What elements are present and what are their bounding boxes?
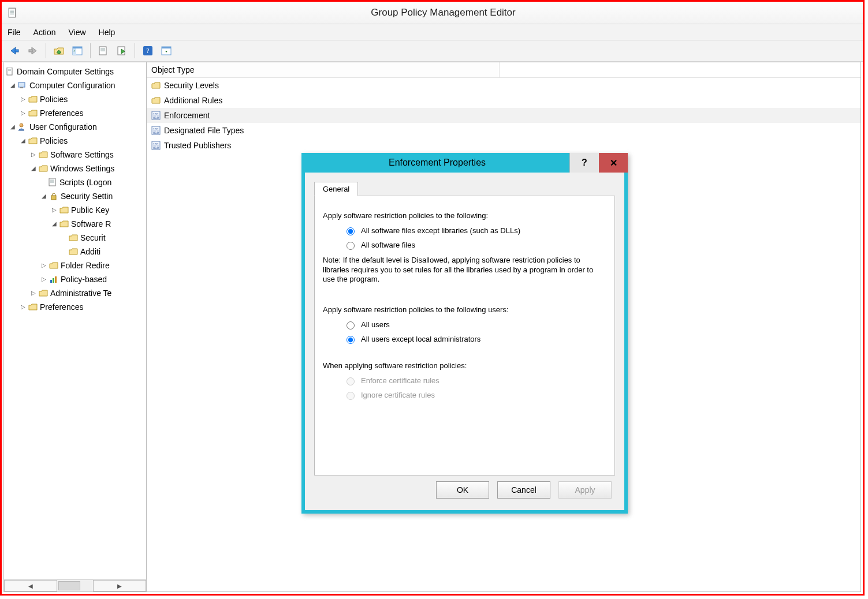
svg-text:010: 010 — [153, 146, 159, 149]
expand-icon[interactable]: ▷ — [29, 151, 38, 159]
tree-label: User Configuration — [29, 120, 97, 134]
tree-pane: Domain Computer Settings ◢ Computer Conf… — [3, 62, 147, 592]
svg-rect-22 — [18, 83, 25, 87]
folder-icon — [28, 95, 38, 104]
menu-view[interactable]: View — [68, 28, 85, 37]
nav-back-button[interactable] — [6, 43, 23, 59]
list-row[interactable]: 101010Trusted Publishers — [147, 138, 860, 153]
radio-input[interactable] — [347, 321, 355, 330]
tree-label: Additi — [80, 245, 100, 259]
radio-enforce-cert-rules: Enforce certificate rules — [323, 373, 606, 388]
menu-action[interactable]: Action — [33, 28, 56, 37]
menu-help[interactable]: Help — [99, 28, 116, 37]
folder-icon — [39, 289, 48, 298]
expand-icon[interactable]: ▷ — [50, 206, 58, 214]
dialog-close-button[interactable]: ✕ — [599, 153, 628, 173]
radio-files-except-libraries[interactable]: All software files except libraries (suc… — [323, 223, 606, 238]
menu-file[interactable]: File — [8, 28, 21, 37]
tree-admin-templates[interactable]: ▷ Administrative Te — [5, 286, 145, 300]
folder-icon — [59, 205, 69, 215]
nav-forward-button[interactable] — [25, 43, 41, 59]
dialog-title-bar[interactable]: Enforcement Properties ? ✕ — [301, 153, 628, 173]
expand-icon[interactable]: ▷ — [29, 289, 38, 297]
tree-public-key[interactable]: ▷ Public Key — [5, 203, 145, 217]
tree-cc-preferences[interactable]: ▷ Preferences — [5, 106, 145, 120]
tree-security-settings[interactable]: ◢ Security Settin — [5, 189, 145, 203]
scroll-right-button[interactable]: ▶ — [93, 580, 146, 591]
list-rows: Security LevelsAdditional Rules101010Enf… — [147, 78, 860, 153]
tree-label: Preferences — [40, 300, 83, 314]
properties-button[interactable] — [95, 43, 111, 59]
policy-icon: 101010 — [151, 141, 161, 150]
policy-tree[interactable]: Domain Computer Settings ◢ Computer Conf… — [4, 62, 146, 579]
document-icon — [5, 67, 14, 76]
collapse-icon[interactable]: ◢ — [50, 220, 58, 228]
dialog-button-row: OK Cancel Apply — [314, 476, 615, 503]
expand-icon[interactable]: ▷ — [40, 275, 48, 283]
enforcement-properties-dialog: Enforcement Properties ? ✕ General Apply… — [301, 153, 628, 514]
tree-label: Policy-based — [61, 272, 107, 286]
tree-sr-additional-rules[interactable]: Additi — [5, 245, 145, 259]
list-row[interactable]: 101010Enforcement — [147, 108, 860, 123]
export-list-button[interactable] — [114, 43, 130, 59]
radio-input[interactable] — [347, 242, 355, 250]
radio-input[interactable] — [347, 227, 355, 235]
folder-icon — [49, 261, 58, 270]
radio-input[interactable] — [347, 336, 355, 344]
scroll-left-button[interactable]: ◀ — [4, 580, 57, 591]
cancel-button[interactable]: Cancel — [497, 481, 550, 499]
list-row[interactable]: Security Levels — [147, 78, 860, 93]
radio-input — [347, 377, 355, 385]
expand-icon[interactable]: ▷ — [19, 303, 27, 311]
tree-uc-policies[interactable]: ◢ Policies — [5, 134, 145, 148]
expand-icon[interactable]: ▷ — [19, 95, 27, 103]
show-actions-button[interactable] — [158, 43, 174, 59]
up-level-button[interactable] — [51, 43, 67, 59]
tree-software-settings[interactable]: ▷ Software Settings — [5, 148, 145, 162]
tree-uc-preferences[interactable]: ▷ Preferences — [5, 300, 145, 314]
show-hide-tree-button[interactable] — [69, 43, 85, 59]
tree-scripts[interactable]: Scripts (Logon — [5, 175, 145, 189]
svg-point-24 — [20, 123, 23, 127]
expand-icon[interactable]: ▷ — [40, 261, 48, 269]
tree-sr-security-levels[interactable]: Securit — [5, 231, 145, 245]
radio-all-users-except-admins[interactable]: All users except local administrators — [323, 332, 606, 346]
folder-icon — [151, 81, 161, 89]
tree-cc-policies[interactable]: ▷ Policies — [5, 92, 145, 106]
ok-button[interactable]: OK — [436, 481, 489, 499]
collapse-icon[interactable]: ◢ — [9, 123, 17, 131]
dialog-help-button[interactable]: ? — [569, 153, 599, 173]
help-button[interactable]: ? — [140, 43, 156, 59]
expand-icon[interactable]: ▷ — [19, 109, 27, 117]
tree-label: Software R — [71, 217, 111, 231]
tree-label: Domain Computer Settings — [17, 65, 114, 78]
collapse-icon[interactable]: ◢ — [29, 164, 38, 173]
list-row[interactable]: 101010Designated File Types — [147, 123, 860, 138]
radio-label: All software files — [361, 241, 415, 249]
tree-root[interactable]: Domain Computer Settings — [5, 65, 145, 78]
scroll-thumb[interactable] — [58, 581, 80, 590]
folder-icon — [28, 108, 38, 118]
column-object-type[interactable]: Object Type — [147, 62, 500, 77]
collapse-icon[interactable]: ◢ — [19, 137, 27, 145]
radio-all-software-files[interactable]: All software files — [323, 238, 606, 252]
tree-policy-based[interactable]: ▷ Policy-based — [5, 272, 145, 286]
tree-folder-redirection[interactable]: ▷ Folder Redire — [5, 259, 145, 272]
list-row[interactable]: Additional Rules — [147, 93, 860, 108]
radio-all-users[interactable]: All users — [323, 317, 606, 332]
tree-label: Public Key — [71, 203, 109, 217]
collapse-icon[interactable]: ◢ — [9, 81, 17, 89]
script-icon — [48, 178, 57, 187]
tree-software-restriction[interactable]: ◢ Software R — [5, 217, 145, 231]
tree-computer-configuration[interactable]: ◢ Computer Configuration — [5, 78, 145, 92]
policy-icon: 101010 — [151, 111, 161, 120]
tree-user-configuration[interactable]: ◢ User Configuration — [5, 120, 145, 134]
svg-text:010: 010 — [153, 131, 159, 134]
svg-rect-32 — [55, 276, 57, 283]
list-header[interactable]: Object Type — [147, 62, 860, 78]
collapse-icon[interactable]: ◢ — [40, 192, 48, 200]
tree-h-scrollbar[interactable]: ◀ ▶ — [4, 579, 146, 591]
tree-windows-settings[interactable]: ◢ Windows Settings — [5, 162, 145, 175]
folder-open-icon — [39, 164, 48, 173]
tab-general[interactable]: General — [314, 182, 358, 196]
